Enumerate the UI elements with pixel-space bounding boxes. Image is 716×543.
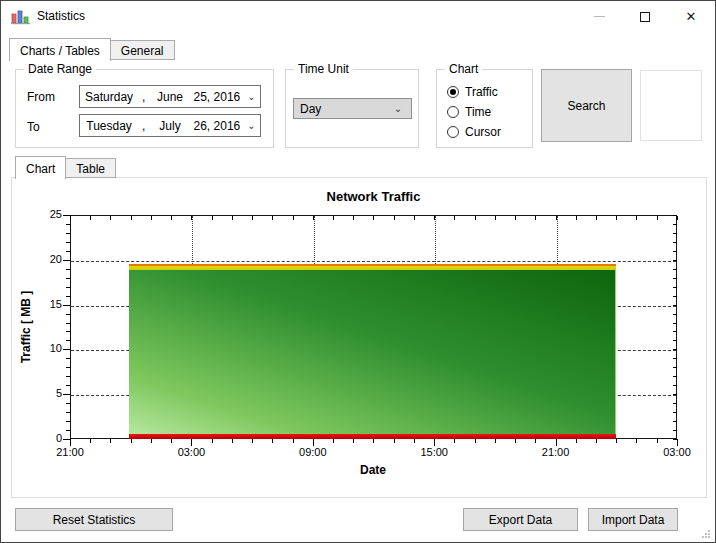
window-controls: ✕ <box>576 1 714 33</box>
from-weekday: Saturday <box>80 90 138 104</box>
x-tick-label: 15:00 <box>409 446 459 458</box>
chart-tab-page: Network Traffic Traffic [ MB ] 25 20 15 … <box>11 177 707 498</box>
radio-traffic[interactable]: Traffic <box>447 82 501 102</box>
title-bar: Statistics ✕ <box>1 1 715 33</box>
chevron-down-icon: ⌄ <box>389 104 407 114</box>
radio-cursor-label: Cursor <box>465 125 501 139</box>
from-label: From <box>27 90 55 104</box>
resize-grip-icon[interactable] <box>702 529 712 539</box>
maximize-button[interactable] <box>622 1 668 32</box>
chart-type-legend: Chart <box>445 62 482 76</box>
chart-title: Network Traffic <box>70 189 677 204</box>
gridline-h-20 <box>71 261 676 262</box>
reset-statistics-button[interactable]: Reset Statistics <box>15 508 173 531</box>
axis-ticks-left-major <box>63 215 70 440</box>
traffic-fill <box>129 270 616 434</box>
to-date-picker[interactable]: Tuesday , July 26, 2016 ⌄ <box>79 114 261 137</box>
time-unit-legend: Time Unit <box>294 62 353 76</box>
chevron-down-icon[interactable]: ⌄ <box>243 92 260 102</box>
time-unit-value: Day <box>300 102 321 116</box>
view-tab-strip: Chart Table <box>15 155 116 178</box>
x-tick-label: 09:00 <box>288 446 338 458</box>
y-tick-label: 10 <box>26 342 62 354</box>
x-axis-title: Date <box>323 463 423 477</box>
to-month: July <box>149 119 190 133</box>
radio-time[interactable]: Time <box>447 102 501 122</box>
from-month: June <box>149 90 190 104</box>
app-window: Statistics ✕ Charts / Tables General Dat… <box>0 0 716 543</box>
window-title: Statistics <box>37 9 85 23</box>
bar-chart-icon <box>11 9 31 25</box>
from-day-year: 25, 2016 <box>191 90 244 104</box>
minimize-icon <box>594 16 605 17</box>
tab-general[interactable]: General <box>111 40 175 60</box>
export-data-button[interactable]: Export Data <box>463 508 578 531</box>
y-tick-label: 5 <box>26 387 62 399</box>
radio-unselected-icon <box>447 126 459 138</box>
axis-ticks-bottom-major <box>70 439 678 446</box>
maximize-icon <box>640 12 650 22</box>
date-range-legend: Date Range <box>24 62 96 76</box>
close-button[interactable]: ✕ <box>668 1 714 32</box>
to-day-year: 26, 2016 <box>191 119 244 133</box>
y-tick-label: 15 <box>26 298 62 310</box>
tab-table[interactable]: Table <box>66 158 116 178</box>
to-label: To <box>27 120 40 134</box>
main-tab-strip: Charts / Tables General <box>9 37 175 60</box>
time-unit-combobox[interactable]: Day ⌄ <box>293 98 412 119</box>
from-date-picker[interactable]: Saturday , June 25, 2016 ⌄ <box>79 85 261 108</box>
to-separator: , <box>138 119 149 133</box>
chart-type-group: Chart Traffic Time Cursor <box>436 69 533 148</box>
axis-ticks-bottom-minor <box>70 439 678 443</box>
radio-selected-icon <box>447 86 459 98</box>
tab-chart[interactable]: Chart <box>15 156 66 179</box>
import-data-button[interactable]: Import Data <box>588 508 678 531</box>
x-tick-label: 21:00 <box>45 446 95 458</box>
y-tick-label: 25 <box>26 208 62 220</box>
radio-unselected-icon <box>447 106 459 118</box>
to-weekday: Tuesday <box>80 119 138 133</box>
tab-charts-tables[interactable]: Charts / Tables <box>9 38 111 61</box>
chevron-down-icon[interactable]: ⌄ <box>243 121 260 131</box>
x-tick-label: 03:00 <box>652 446 702 458</box>
lower-band <box>129 434 616 439</box>
y-tick-label: 20 <box>26 253 62 265</box>
x-tick-label: 21:00 <box>531 446 581 458</box>
x-tick-label: 03:00 <box>166 446 216 458</box>
from-separator: , <box>138 90 149 104</box>
minimize-button[interactable] <box>576 1 622 32</box>
y-tick-label: 0 <box>26 432 62 444</box>
search-button[interactable]: Search <box>541 69 632 142</box>
traffic-area-series <box>129 264 616 439</box>
radio-time-label: Time <box>465 105 491 119</box>
radio-traffic-label: Traffic <box>465 85 498 99</box>
close-icon: ✕ <box>686 10 697 23</box>
side-panel <box>640 70 702 141</box>
radio-cursor[interactable]: Cursor <box>447 122 501 142</box>
